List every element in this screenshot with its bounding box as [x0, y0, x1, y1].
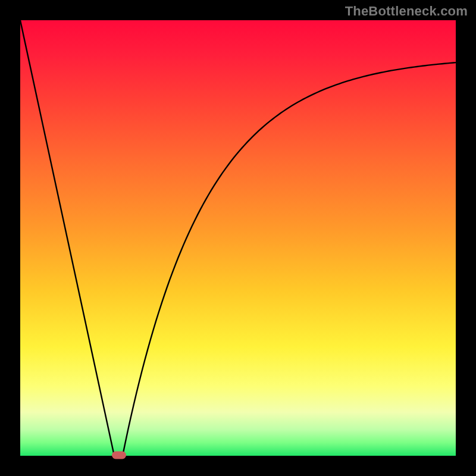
- chart-bottom-marker: [112, 452, 126, 459]
- watermark-text: TheBottleneck.com: [345, 4, 468, 19]
- chart-stage: TheBottleneck.com: [0, 0, 476, 476]
- chart-background-gradient: [20, 20, 456, 456]
